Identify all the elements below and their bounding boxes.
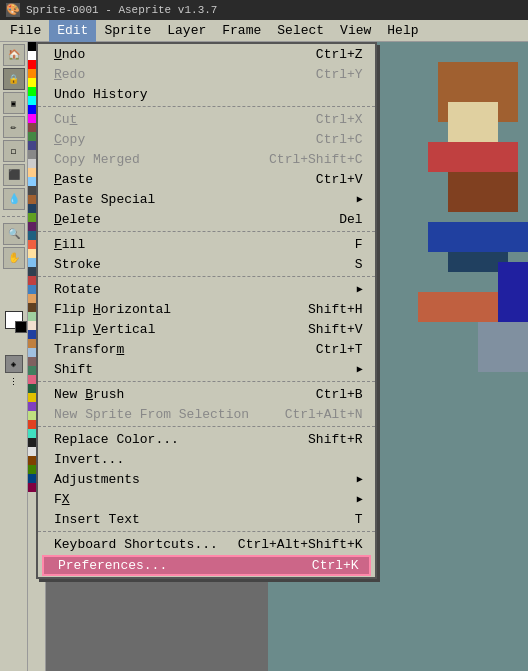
menu-invert[interactable]: Invert... [38,449,375,469]
sprite-cream [448,102,498,142]
menu-undo-history[interactable]: Undo History [38,84,375,104]
tool-hand[interactable]: ✋ [3,247,25,269]
menu-cut[interactable]: Cut Ctrl+X [38,109,375,129]
menu-transform[interactable]: Transform Ctrl+T [38,339,375,359]
menu-new-brush[interactable]: New Brush Ctrl+B [38,384,375,404]
menu-layer[interactable]: Layer [159,20,214,42]
fx-arrow: ▶ [357,493,363,505]
window-title: Sprite-0001 - Aseprite v1.3.7 [26,4,217,16]
menu-delete[interactable]: Delete Del [38,209,375,229]
sprite-navy [498,262,528,322]
tool-zoom[interactable]: 🔍 [3,223,25,245]
adjustments-arrow: ▶ [357,473,363,485]
app-icon: 🎨 [6,3,20,17]
menu-stroke[interactable]: Stroke S [38,254,375,274]
menu-sprite[interactable]: Sprite [96,20,159,42]
menu-shift[interactable]: Shift ▶ [38,359,375,379]
shift-arrow: ▶ [357,363,363,375]
separator-6 [38,531,375,532]
menu-adjustments[interactable]: Adjustments ▶ [38,469,375,489]
menu-flip-horizontal[interactable]: Flip Horizontal Shift+H [38,299,375,319]
menu-select[interactable]: Select [269,20,332,42]
menu-bar: File Edit Sprite Layer Frame Select View… [0,20,528,42]
lock-btn[interactable]: 🔒 [3,68,25,90]
menu-view[interactable]: View [332,20,379,42]
tool-eraser[interactable]: ◻ [3,140,25,162]
menu-paste[interactable]: Paste Ctrl+V [38,169,375,189]
left-toolbar: 🏠 🔒 ▣ ✏ ◻ ⬛ 💧 🔍 ✋ ◈ ⋮ [0,42,28,671]
tool-select[interactable]: ▣ [3,92,25,114]
menu-copy[interactable]: Copy Ctrl+C [38,129,375,149]
tool-home[interactable]: 🏠 [3,44,25,66]
tool-fill[interactable]: ⬛ [3,164,25,186]
menu-new-sprite-from-selection[interactable]: New Sprite From Selection Ctrl+Alt+N [38,404,375,424]
menu-redo[interactable]: Redo Ctrl+Y [38,64,375,84]
menu-fill[interactable]: Fill F [38,234,375,254]
menu-file[interactable]: File [2,20,49,42]
tool-extra[interactable]: ◈ [5,355,23,373]
menu-frame[interactable]: Frame [214,20,269,42]
expand-btn[interactable]: ⋮ [9,377,18,388]
toolbar-separator [2,216,25,217]
sprite-red [428,142,518,172]
rotate-arrow: ▶ [357,283,363,295]
separator-5 [38,426,375,427]
separator-3 [38,276,375,277]
menu-fx[interactable]: FX ▶ [38,489,375,509]
paste-special-arrow: ▶ [357,193,363,205]
separator-2 [38,231,375,232]
separator-1 [38,106,375,107]
sprite-gray [478,322,528,372]
menu-copy-merged[interactable]: Copy Merged Ctrl+Shift+C [38,149,375,169]
sprite-rust [418,292,498,322]
menu-preferences[interactable]: Preferences... Ctrl+K [42,555,371,576]
menu-paste-special[interactable]: Paste Special ▶ [38,189,375,209]
bg-color[interactable] [15,321,27,333]
menu-insert-text[interactable]: Insert Text T [38,509,375,529]
menu-flip-vertical[interactable]: Flip Vertical Shift+V [38,319,375,339]
tool-eyedrop[interactable]: 💧 [3,188,25,210]
tool-pencil[interactable]: ✏ [3,116,25,138]
edit-menu: Undo Ctrl+Z Redo Ctrl+Y Undo History Cut… [36,42,377,579]
menu-replace-color[interactable]: Replace Color... Shift+R [38,429,375,449]
menu-help[interactable]: Help [379,20,426,42]
menu-edit[interactable]: Edit [49,20,96,42]
separator-4 [38,381,375,382]
menu-keyboard-shortcuts[interactable]: Keyboard Shortcuts... Ctrl+Alt+Shift+K [38,534,375,554]
sprite-blue [428,222,528,252]
menu-rotate[interactable]: Rotate ▶ [38,279,375,299]
fg-color[interactable] [5,311,23,329]
sprite-umber [448,172,518,212]
menu-undo[interactable]: Undo Ctrl+Z [38,44,375,64]
title-bar: 🎨 Sprite-0001 - Aseprite v1.3.7 [0,0,528,20]
